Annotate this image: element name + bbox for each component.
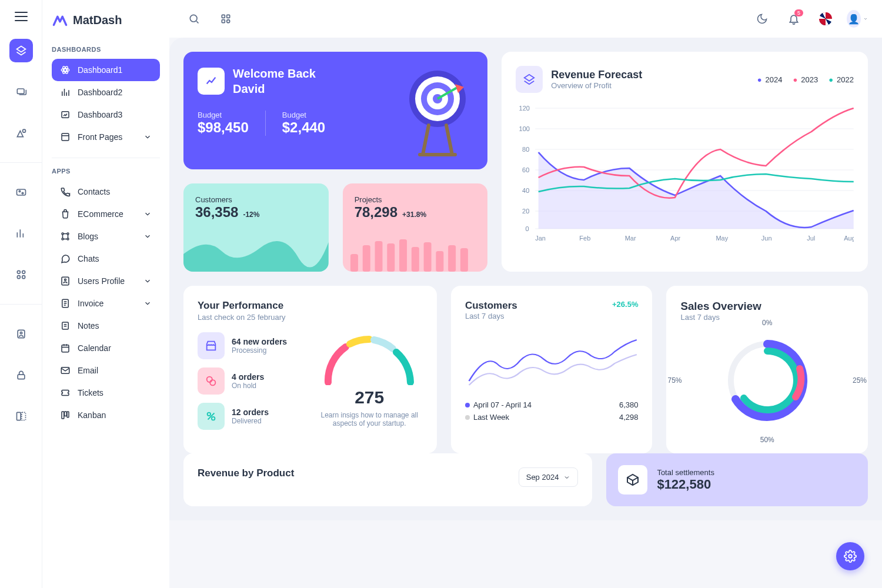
svg-rect-30 bbox=[62, 412, 64, 419]
rail-apps-icon[interactable] bbox=[9, 263, 33, 286]
svg-rect-19 bbox=[62, 133, 69, 141]
nav-chats[interactable]: Chats bbox=[52, 248, 160, 270]
user-menu[interactable]: 👤 bbox=[847, 8, 868, 29]
svg-point-7 bbox=[17, 276, 20, 279]
settlements-card: Total settlements$122,580 bbox=[606, 453, 868, 506]
store-icon bbox=[198, 332, 225, 359]
svg-text:80: 80 bbox=[522, 146, 529, 153]
nav-users[interactable]: Users Profile bbox=[52, 270, 160, 292]
gauge-chart bbox=[319, 332, 419, 385]
box-icon bbox=[618, 465, 647, 495]
svg-rect-45 bbox=[375, 241, 382, 272]
rail-dashboard-icon[interactable] bbox=[9, 39, 33, 62]
nav-kanban[interactable]: Kanban bbox=[52, 404, 160, 426]
nav-blogs[interactable]: Blogs bbox=[52, 225, 160, 248]
svg-point-5 bbox=[17, 270, 20, 273]
rail-sliders-icon[interactable] bbox=[9, 181, 33, 204]
svg-rect-11 bbox=[18, 375, 25, 379]
chevron-down-icon bbox=[143, 232, 152, 240]
chevron-down-icon bbox=[143, 210, 152, 218]
svg-rect-47 bbox=[399, 239, 407, 272]
hold-icon bbox=[198, 368, 225, 395]
svg-rect-52 bbox=[460, 248, 468, 272]
svg-point-6 bbox=[22, 270, 25, 273]
search-icon[interactable] bbox=[183, 8, 205, 29]
nav-notes[interactable]: Notes bbox=[52, 315, 160, 337]
svg-rect-0 bbox=[17, 89, 24, 93]
svg-point-22 bbox=[62, 238, 64, 240]
svg-point-76 bbox=[210, 380, 215, 385]
svg-rect-13 bbox=[21, 412, 25, 420]
layers-icon bbox=[516, 66, 543, 93]
svg-point-23 bbox=[67, 238, 69, 240]
svg-text:100: 100 bbox=[519, 126, 530, 132]
svg-point-37 bbox=[227, 20, 230, 23]
nav-frontpages[interactable]: Front Pages bbox=[52, 126, 160, 148]
rail-chart-icon[interactable] bbox=[9, 222, 33, 245]
svg-text:Jul: Jul bbox=[807, 235, 815, 242]
nav-dashboard1[interactable]: Dashboard1 bbox=[52, 59, 160, 81]
chevron-down-icon bbox=[143, 277, 152, 285]
svg-rect-44 bbox=[362, 245, 370, 272]
svg-text:Apr: Apr bbox=[670, 235, 681, 242]
welcome-card: Welcome BackDavid Budget$98,450 Budget$2… bbox=[183, 52, 487, 169]
customers-card: CustomersLast 7 days +26.5% April 07 - A… bbox=[451, 286, 653, 453]
revenue-by-product-card: Revenue by Product Sep 2024 bbox=[183, 453, 592, 506]
svg-text:Aug: Aug bbox=[844, 235, 854, 242]
chevron-down-icon bbox=[143, 133, 152, 141]
delivered-icon bbox=[198, 403, 225, 430]
sales-donut-chart: 0% 25% 50% 75% bbox=[680, 322, 854, 439]
svg-point-8 bbox=[22, 276, 25, 279]
trend-icon bbox=[198, 68, 225, 95]
svg-point-77 bbox=[208, 413, 211, 416]
chevron-down-icon bbox=[143, 299, 152, 308]
svg-rect-32 bbox=[67, 412, 69, 417]
rail-lock-icon[interactable] bbox=[9, 363, 33, 387]
svg-text:40: 40 bbox=[522, 188, 529, 194]
svg-text:Jun: Jun bbox=[761, 235, 772, 242]
svg-text:20: 20 bbox=[522, 208, 529, 215]
svg-text:May: May bbox=[716, 235, 729, 242]
topbar: 5 👤 bbox=[169, 0, 882, 38]
nav-ecommerce[interactable]: ECommerce bbox=[52, 203, 160, 225]
bell-icon[interactable]: 5 bbox=[783, 8, 804, 29]
nav-contacts[interactable]: Contacts bbox=[52, 181, 160, 203]
svg-point-80 bbox=[848, 554, 852, 558]
svg-point-78 bbox=[212, 417, 215, 420]
svg-point-20 bbox=[62, 233, 64, 235]
logo-text: MatDash bbox=[73, 14, 122, 27]
nav-tickets[interactable]: Tickets bbox=[52, 382, 160, 404]
svg-text:120: 120 bbox=[519, 105, 530, 112]
svg-point-1 bbox=[22, 129, 25, 132]
svg-rect-49 bbox=[423, 242, 431, 272]
nav-dashboard2[interactable]: Dashboard2 bbox=[52, 81, 160, 103]
rail-layout-icon[interactable] bbox=[9, 405, 33, 428]
svg-rect-50 bbox=[436, 251, 443, 272]
nav-invoice[interactable]: Invoice bbox=[52, 292, 160, 315]
nav-email[interactable]: Email bbox=[52, 359, 160, 382]
rail-shapes-icon[interactable] bbox=[9, 121, 33, 145]
svg-rect-31 bbox=[65, 412, 67, 416]
menu-toggle-icon[interactable] bbox=[15, 12, 28, 21]
theme-icon[interactable] bbox=[751, 8, 773, 29]
revenue-forecast-card: Revenue ForecastOverview of Profit 2024 … bbox=[502, 52, 868, 272]
svg-text:Feb: Feb bbox=[580, 235, 591, 242]
svg-rect-46 bbox=[387, 243, 395, 272]
section-dashboards: DASHBOARDS bbox=[52, 46, 160, 53]
logo[interactable]: MatDash bbox=[52, 12, 160, 28]
language-flag[interactable] bbox=[815, 8, 836, 29]
svg-rect-2 bbox=[16, 189, 25, 195]
projects-mini-card: Projects 78,298+31.8% bbox=[343, 183, 488, 272]
settings-fab[interactable] bbox=[836, 542, 864, 570]
svg-rect-35 bbox=[227, 15, 230, 18]
svg-point-10 bbox=[20, 332, 22, 334]
customers-mini-card: Customers 36,358-12% bbox=[183, 183, 329, 272]
target-illustration bbox=[399, 64, 476, 158]
nav-dashboard3[interactable]: Dashboard3 bbox=[52, 103, 160, 126]
apps-icon[interactable] bbox=[215, 8, 236, 29]
month-select[interactable]: Sep 2024 bbox=[519, 467, 579, 487]
nav-calendar[interactable]: Calendar bbox=[52, 337, 160, 359]
customers-chart bbox=[465, 331, 639, 390]
rail-cards-icon[interactable] bbox=[9, 80, 33, 103]
rail-user-icon[interactable] bbox=[9, 322, 33, 346]
